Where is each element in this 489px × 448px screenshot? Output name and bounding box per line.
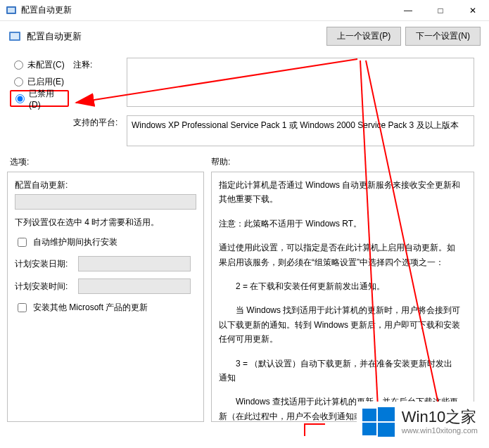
svg-rect-8 (378, 407, 395, 421)
schedule-day-label: 计划安装日期: (15, 258, 78, 270)
radio-not-configured-label: 未配置(C) (27, 59, 65, 71)
configure-update-select[interactable] (15, 194, 196, 210)
svg-rect-10 (378, 423, 395, 437)
help-p3: 通过使用此设置，可以指定是否在此计算机上启用自动更新。如果启用该服务，则必须在“… (219, 241, 461, 269)
platform-label: 支持的平台: (73, 115, 118, 134)
schedule-time-select[interactable] (78, 279, 191, 294)
annotation-bracket (304, 423, 325, 436)
auto-maintenance-label: 自动维护期间执行安装 (33, 236, 118, 248)
header-row: 配置自动更新 上一个设置(P) 下一个设置(N) (0, 21, 489, 53)
help-p5: 当 Windows 找到适用于此计算机的更新时，用户将会接到可以下载更新的通知。… (219, 303, 461, 346)
auto-maintenance-checkbox[interactable]: 自动维护期间执行安装 (15, 236, 118, 249)
help-p1: 指定此计算机是否通过 Windows 自动更新服务来接收安全更新和其他重要下载。 (219, 178, 461, 207)
radio-disabled[interactable]: 已禁用(D) (10, 90, 69, 107)
svg-rect-9 (362, 423, 376, 435)
radio-enabled-label: 已启用(E) (27, 76, 64, 88)
watermark: Win10之家 www.win10xitong.com (357, 402, 483, 442)
maximize-button[interactable]: □ (424, 0, 457, 20)
state-radio-group: 未配置(C) 已启用(E) 已禁用(D) (10, 56, 69, 107)
radio-not-configured[interactable]: 未配置(C) (10, 56, 69, 73)
window-title: 配置自动更新 (21, 4, 392, 16)
radio-disabled-label: 已禁用(D) (29, 88, 65, 110)
comment-label: 注释: (73, 58, 118, 115)
help-p4: 2 = 在下载和安装任何更新前发出通知。 (219, 279, 461, 293)
minimize-button[interactable]: — (392, 0, 424, 20)
policy-icon (8, 30, 21, 43)
app-icon (6, 5, 17, 16)
auto-maintenance-input[interactable] (18, 238, 27, 247)
help-panel[interactable]: 指定此计算机是否通过 Windows 自动更新服务来接收安全更新和其他重要下载。… (211, 172, 474, 422)
schedule-time-label: 计划安装时间: (15, 281, 78, 293)
schedule-day-select[interactable] (78, 256, 191, 271)
page-title: 配置自动更新 (27, 30, 322, 43)
next-setting-button[interactable]: 下一个设置(N) (405, 27, 481, 46)
supported-platforms-box: Windows XP Professional Service Pack 1 或… (127, 115, 474, 146)
supported-platforms-text: Windows XP Professional Service Pack 1 或… (132, 120, 459, 130)
install-other-label: 安装其他 Microsoft 产品的更新 (33, 302, 148, 314)
options-note: 下列设置仅在选中 4 时才需要和适用。 (15, 217, 159, 229)
help-p6: 3 = （默认设置）自动下载更新，并在准备安装更新时发出通知 (219, 357, 461, 385)
watermark-url: www.win10xitong.com (402, 426, 478, 435)
watermark-title: Win10之家 (402, 409, 478, 425)
install-other-input[interactable] (18, 303, 27, 312)
radio-not-configured-input[interactable] (14, 60, 23, 70)
radio-enabled-input[interactable] (14, 77, 23, 87)
window-titlebar: 配置自动更新 — □ ✕ (0, 0, 489, 21)
radio-disabled-input[interactable] (15, 94, 25, 103)
help-p2: 注意：此策略不适用于 Windows RT。 (219, 217, 461, 231)
options-heading: 选项: (10, 156, 29, 168)
field-labels: 注释: 支持的平台: (73, 58, 118, 134)
svg-rect-1 (8, 8, 15, 13)
svg-rect-7 (362, 409, 376, 421)
comment-textarea[interactable] (127, 58, 474, 107)
windows-logo-icon (362, 406, 395, 438)
svg-rect-3 (11, 33, 19, 39)
configure-update-label: 配置自动更新: (15, 180, 68, 190)
options-panel: 配置自动更新: 下列设置仅在选中 4 时才需要和适用。 自动维护期间执行安装 计… (7, 172, 204, 422)
close-button[interactable]: ✕ (457, 0, 489, 20)
install-other-checkbox[interactable]: 安装其他 Microsoft 产品的更新 (15, 301, 148, 314)
previous-setting-button[interactable]: 上一个设置(P) (326, 27, 401, 46)
help-heading: 帮助: (211, 156, 230, 168)
